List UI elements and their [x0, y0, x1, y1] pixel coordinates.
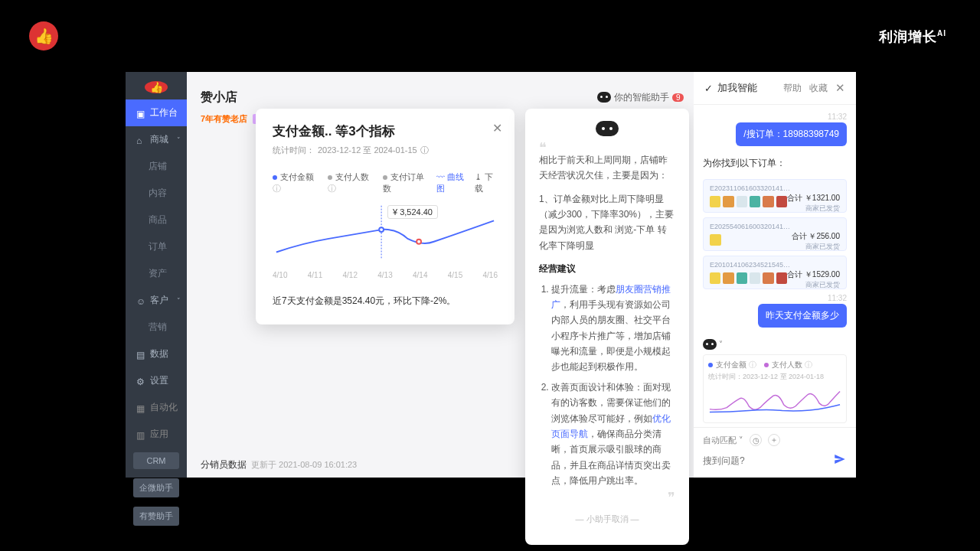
- legend-orders[interactable]: 支付订单数: [383, 171, 426, 194]
- user-message-2: 昨天支付金额多少: [758, 304, 847, 328]
- info-icon[interactable]: ⓘ: [420, 145, 429, 156]
- ai-logo-icon: ✓: [704, 83, 713, 94]
- mini-chart-card: 支付金额 ⓘ 支付人数 ⓘ 统计时间：2023-12-12 至 2024-01-…: [703, 354, 847, 423]
- chart-mode-toggle[interactable]: 〰 曲线图: [436, 171, 468, 194]
- modal-period: 统计时间：2023-12-12 至 2024-01-15 ⓘ: [273, 145, 498, 156]
- data-icon: ▤: [136, 350, 145, 359]
- ai-help[interactable]: 帮助: [783, 82, 802, 95]
- svg-point-2: [416, 240, 421, 244]
- sidebar-item-settings[interactable]: ⚙设置: [126, 367, 187, 394]
- mc-legend-people[interactable]: 支付人数 ⓘ: [764, 360, 812, 370]
- ai-input-bar: 自动匹配 ˅ ◷ ＋: [694, 427, 856, 478]
- sidebar-item-mall[interactable]: ⌂商城˅: [126, 126, 187, 153]
- bottom-updated: 更新于 2021-08-09 16:01:23: [251, 460, 357, 469]
- bottom-section-title: 分销员数据更新于 2021-08-09 16:01:23: [201, 458, 357, 471]
- add-icon[interactable]: ＋: [768, 434, 780, 446]
- order-card[interactable]: E20231106160332014106181 合计 ￥1321.00 商家已…: [703, 179, 847, 213]
- order-status: 商家已发货: [805, 242, 840, 252]
- ai-input[interactable]: [703, 455, 827, 466]
- ai-conversation: 11:32 /搜订单：18988398749 为你找到以下订单： E202311…: [694, 105, 856, 427]
- bot-icon: [703, 339, 717, 350]
- order-thumbs: [710, 196, 787, 207]
- sidebar-item-order[interactable]: 订单: [126, 233, 187, 260]
- svg-point-1: [379, 227, 384, 232]
- chevron-down-icon[interactable]: ˅: [719, 340, 723, 348]
- advice-item-2: 改善页面设计和体验：面对现有的访客数，需要保证他们的浏览体验尽可能好，例如优化页…: [551, 380, 675, 489]
- order-amount: 合计 ￥1321.00: [787, 193, 840, 204]
- sidebar: 👍 ▣工作台 ⌂商城˅ 店铺 内容 商品 订单 资产 ☺客户˅ 营销 ▤数据 ⚙…: [126, 72, 187, 478]
- assistant-badge: 9: [672, 93, 684, 102]
- order-amount: 合计 ￥256.00: [792, 231, 840, 242]
- order-amount: 合计 ￥1529.00: [787, 269, 840, 280]
- gear-icon: ⚙: [136, 377, 145, 386]
- mini-line-chart: [708, 385, 841, 416]
- metrics-modal: 支付金额.. 等3个指标 ✕ 统计时间：2023-12-12 至 2024-01…: [256, 109, 514, 324]
- order-card[interactable]: E20255406160032014106112 合计 ￥256.00 商家已发…: [703, 217, 847, 251]
- order-id: E20101410623452154523102: [710, 261, 794, 269]
- sidebar-btn-crm[interactable]: CRM: [133, 452, 179, 469]
- sidebar-item-asset[interactable]: 资产: [126, 260, 187, 287]
- order-card[interactable]: E20101410623452154523102 合计 ￥1529.00 商家已…: [703, 256, 847, 289]
- sidebar-item-apps[interactable]: ▥应用: [126, 421, 187, 448]
- chart-peak-label: ¥ 3,524.40: [387, 205, 438, 219]
- sidebar-item-workspace[interactable]: ▣工作台: [126, 99, 187, 126]
- download-button[interactable]: ⤓ 下载: [475, 171, 498, 194]
- brand-title: 利润增长AI: [879, 28, 946, 46]
- advice-p1: 相比于前天和上周同期，店铺昨天经营状况欠佳，主要是因为：: [539, 152, 675, 184]
- shop-age-badge: 7年有赞老店: [201, 114, 247, 123]
- advice-p2: 1、订单金额对比上周下降明显（减少300，下降率30%），主要是因为浏览人数和 …: [539, 191, 675, 254]
- mc-legend-amount[interactable]: 支付金额 ⓘ: [708, 360, 756, 370]
- sidebar-item-automation[interactable]: ▦自动化: [126, 394, 187, 421]
- apps-icon: ▥: [136, 430, 145, 439]
- order-thumbs: [710, 234, 792, 246]
- sidebar-item-shop[interactable]: 店铺: [126, 153, 187, 180]
- clock-icon[interactable]: ◷: [750, 434, 762, 446]
- sidebar-btn-wecom[interactable]: 企微助手: [133, 478, 179, 497]
- chart-x-axis: 4/104/114/124/134/144/154/16: [273, 271, 498, 279]
- sidebar-logo: 👍: [145, 81, 168, 93]
- automation-icon: ▦: [136, 403, 145, 412]
- user-message-1: /搜订单：18988398749: [736, 122, 847, 146]
- order-thumbs: [710, 272, 787, 284]
- bot-avatar-icon: [596, 121, 619, 136]
- msg-time: 11:32: [703, 294, 847, 302]
- thumbs-up-logo: 👍: [29, 21, 58, 51]
- ai-favorite[interactable]: 收藏: [809, 82, 828, 95]
- send-icon[interactable]: [833, 452, 847, 468]
- ai-panel: ✓ 加我智能 帮助 收藏 ✕ 11:32 /搜订单：18988398749 为你…: [694, 72, 856, 478]
- sidebar-item-marketing[interactable]: 营销: [126, 314, 187, 341]
- legend-amount[interactable]: 支付金额 ⓘ: [273, 171, 318, 194]
- bot-icon: [597, 92, 611, 103]
- auto-match-toggle[interactable]: 自动匹配 ˅: [703, 435, 743, 446]
- chevron-down-icon: ˅: [739, 435, 743, 445]
- advice-footer[interactable]: — 小助手取消 —: [539, 512, 675, 527]
- msg-time: 11:32: [703, 112, 847, 121]
- header-smart-assistant[interactable]: 你的智能助手9: [597, 91, 684, 104]
- order-status: 商家已发货: [805, 204, 840, 214]
- modal-title: 支付金额.. 等3个指标: [273, 122, 498, 140]
- advice-item-1: 提升流量：考虑朋友圈营销推广，利用手头现有资源如公司内部人员的朋友圈、社交平台小…: [551, 282, 675, 375]
- customer-icon: ☺: [136, 296, 145, 305]
- info-icon[interactable]: ⓘ: [273, 184, 281, 193]
- mall-icon: ⌂: [136, 135, 145, 145]
- modal-summary: 近7天支付金额是3524.40元，环比下降-2%。: [273, 295, 498, 308]
- ai-reply-header: 为你找到以下订单：: [703, 152, 847, 174]
- sidebar-item-content[interactable]: 内容: [126, 180, 187, 207]
- legend-people[interactable]: 支付人数 ⓘ: [328, 171, 374, 194]
- mc-period: 统计时间：2023-12-12 至 2024-01-18: [708, 372, 841, 382]
- order-id: E20231106160332014106181: [710, 184, 794, 192]
- sidebar-item-product[interactable]: 商品: [126, 207, 187, 233]
- sidebar-item-data[interactable]: ▤数据: [126, 341, 187, 367]
- advice-heading: 经营建议: [539, 261, 675, 276]
- close-icon[interactable]: ✕: [492, 121, 502, 135]
- sidebar-btn-youzan[interactable]: 有赞助手: [133, 507, 179, 526]
- ai-title: 加我智能: [717, 81, 757, 95]
- sidebar-item-customer[interactable]: ☺客户˅: [126, 287, 187, 314]
- order-status: 商家已发货: [805, 280, 840, 290]
- shop-name: 赞小店: [201, 90, 237, 106]
- workspace-icon: ▣: [136, 109, 145, 118]
- line-chart: ¥ 3,524.40: [273, 199, 498, 268]
- ai-close-icon[interactable]: ✕: [835, 81, 845, 95]
- order-id: E20255406160032014106112: [710, 223, 794, 230]
- advice-modal: ❝ 相比于前天和上周同期，店铺昨天经营状况欠佳，主要是因为： 1、订单金额对比上…: [525, 109, 689, 545]
